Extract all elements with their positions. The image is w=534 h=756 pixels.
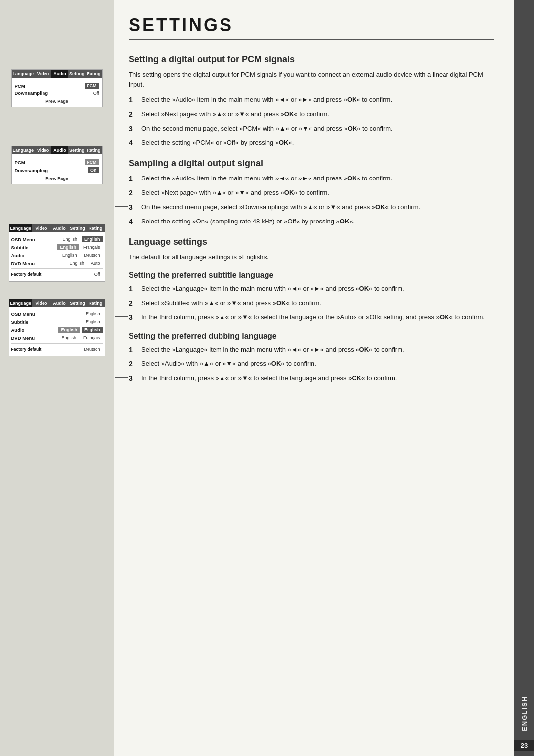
lang-header-language-4: Language <box>9 299 33 307</box>
menu-row-downsampling: Downsampling Off <box>14 89 100 97</box>
menu-body-1: PCM PCM Downsampling Off Prev. Page <box>12 78 102 107</box>
menu-prev-page-1: Prev. Page <box>14 97 100 105</box>
lang-header-video-4: Video <box>32 299 50 307</box>
step-subtitle-1: 1 Select the »Language« item in the main… <box>129 284 494 294</box>
menu-header-setting: Setting <box>68 70 86 78</box>
menu-row-downsampling-2: Downsampling On <box>14 166 100 174</box>
page-title: SETTINGS <box>129 15 494 40</box>
section-sampling-title: Sampling a digital output signal <box>129 158 494 169</box>
lang-factory-3: Factory default Off <box>11 270 103 278</box>
lang-row-dvd-3: DVD Menu English Auto <box>11 259 103 267</box>
step-sampling-4: 4 Select the setting »On« (sampling rate… <box>129 217 494 227</box>
step-pcm-3: 3 On the second menu page, select »PCM« … <box>129 124 494 134</box>
menu-screenshot-dubbing: Language Video Audio Setting Rating OSD … <box>9 299 105 356</box>
step-dubbing-3: 3 In the third column, press »▲« or »▼« … <box>129 373 494 384</box>
main-content: SETTINGS Setting a digital output for PC… <box>114 0 514 756</box>
menu-header-rating-2: Rating <box>86 146 102 154</box>
subsection-dubbing-title: Setting the preferred dubbing language <box>129 332 494 341</box>
left-sidebar: Language Video Audio Setting Rating PCM … <box>0 0 114 756</box>
lang-row-osd-4: OSD Menu English <box>11 310 103 318</box>
menu-row-pcm: PCM PCM <box>14 82 100 89</box>
subsection-dubbing-steps: 1 Select the »Language« item in the main… <box>129 345 494 384</box>
menu-header-audio-2: Audio <box>51 146 68 154</box>
menu-header-audio: Audio <box>51 70 68 78</box>
step-subtitle-2: 2 Select »Subtitle« with »▲« or »▼« and … <box>129 298 494 309</box>
menu-screenshot-pcm: Language Video Audio Setting Rating PCM … <box>11 69 103 107</box>
menu-screenshot-downsampling: Language Video Audio Setting Rating PCM … <box>11 146 103 184</box>
section-pcm: Setting a digital output for PCM signals… <box>129 54 494 148</box>
lang-menu-header-4: Language Video Audio Setting Rating <box>9 299 105 307</box>
step-sampling-3: 3 On the second menu page, select »Downs… <box>129 202 494 213</box>
lang-row-dvd-4: DVD Menu English Français <box>11 334 103 342</box>
section-pcm-steps: 1 Select the »Audio« item in the main me… <box>129 95 494 148</box>
section-language: Language settings The default for all la… <box>129 237 494 384</box>
step-pcm-1: 1 Select the »Audio« item in the main me… <box>129 95 494 105</box>
step-sampling-1: 1 Select the »Audio« item in the main me… <box>129 174 494 184</box>
lang-row-audio-3: Audio English Deutsch <box>11 251 103 259</box>
lang-row-subtitle-3: Subtitle English Français <box>11 243 103 251</box>
page-number: 23 <box>514 740 534 751</box>
lang-row-osd-3: OSD Menu English English <box>11 235 103 243</box>
lang-header-setting-4: Setting <box>68 299 87 307</box>
step-dubbing-2: 2 Select »Audio« with »▲« or »▼« and pre… <box>129 359 494 369</box>
lang-factory-4: Factory default Deutsch <box>11 345 103 353</box>
menu-header-video: Video <box>35 70 51 78</box>
lang-header-language-3: Language <box>9 224 33 232</box>
section-sampling-steps: 1 Select the »Audio« item in the main me… <box>129 174 494 227</box>
section-language-intro: The default for all language settings is… <box>129 252 494 262</box>
section-pcm-intro: This setting opens the digital output fo… <box>129 70 494 89</box>
lang-row-audio-4: Audio English English <box>11 326 103 334</box>
menu-header-2: Language Video Audio Setting Rating <box>12 146 102 154</box>
menu-header-rating: Rating <box>86 70 102 78</box>
english-label: ENGLISH <box>521 696 528 731</box>
step-subtitle-3: 3 In the third column, press »▲« or »▼« … <box>129 312 494 323</box>
menu-row-pcm-2: PCM PCM <box>14 158 100 166</box>
lang-menu-header-3: Language Video Audio Setting Rating <box>9 224 105 232</box>
lang-row-subtitle-4: Subtitle English <box>11 318 103 326</box>
menu-screenshots-audio: Language Video Audio Setting Rating PCM … <box>11 69 103 189</box>
menu-body-2: PCM PCM Downsampling On Prev. Page <box>12 154 102 184</box>
lang-menu-body-3: OSD Menu English English Subtitle Englis… <box>9 232 105 281</box>
menu-header-setting-2: Setting <box>68 146 86 154</box>
lang-header-setting-3: Setting <box>68 224 87 232</box>
menu-screenshot-subtitle: Language Video Audio Setting Rating OSD … <box>9 224 105 282</box>
menu-header-1: Language Video Audio Setting Rating <box>12 70 102 78</box>
lang-header-audio-4: Audio <box>50 299 69 307</box>
lang-header-audio-3: Audio <box>50 224 69 232</box>
step-dubbing-1: 1 Select the »Language« item in the main… <box>129 345 494 355</box>
section-language-title: Language settings <box>129 237 494 247</box>
lang-header-rating-3: Rating <box>87 224 105 232</box>
lang-header-video-3: Video <box>32 224 50 232</box>
lang-menu-body-4: OSD Menu English Subtitle English Audio <box>9 307 105 356</box>
menu-header-language-2: Language <box>12 146 35 154</box>
right-sidebar: ENGLISH 23 <box>514 0 534 756</box>
subsection-subtitle: Setting the preferred subtitle language … <box>129 271 494 323</box>
menu-prev-page-2: Prev. Page <box>14 174 100 182</box>
subsection-subtitle-title: Setting the preferred subtitle language <box>129 271 494 280</box>
step-pcm-4: 4 Select the setting »PCM« or »Off« by p… <box>129 138 494 148</box>
menu-screenshots-language: Language Video Audio Setting Rating OSD … <box>9 224 105 360</box>
subsection-dubbing: Setting the preferred dubbing language 1… <box>129 332 494 384</box>
step-pcm-2: 2 Select »Next page« with »▲« or »▼« and… <box>129 109 494 120</box>
lang-header-rating-4: Rating <box>87 299 105 307</box>
section-pcm-title: Setting a digital output for PCM signals <box>129 54 494 65</box>
section-sampling: Sampling a digital output signal 1 Selec… <box>129 158 494 227</box>
subsection-subtitle-steps: 1 Select the »Language« item in the main… <box>129 284 494 323</box>
menu-header-language: Language <box>12 70 35 78</box>
step-sampling-2: 2 Select »Next page« with »▲« or »▼« and… <box>129 188 494 198</box>
menu-header-video-2: Video <box>35 146 51 154</box>
